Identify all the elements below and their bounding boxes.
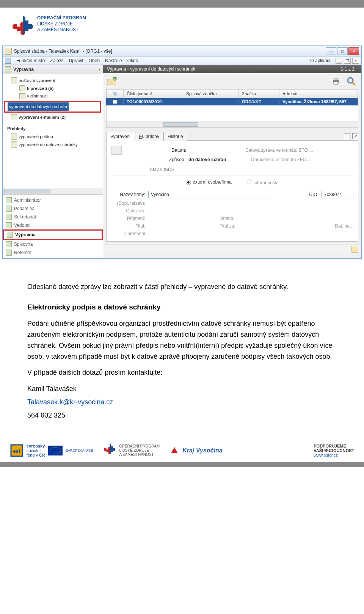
tree-group-prehledy[interactable]: Přehledy [4,125,101,133]
tab-historie[interactable]: Historie [163,132,187,141]
svg-rect-4 [334,78,338,80]
table-h-scrollbar[interactable] [107,121,358,127]
table-row-selected[interactable]: TO1/000015/2010 ORG1/KT Vysočina, Žižkov… [106,98,358,105]
folder-icon [11,133,17,140]
main-titlebar: Výpravna - vypravení do datových schráne… [103,65,361,73]
status-icon [351,246,358,253]
support-text: PODPORUJEME VAŠI BUDOUCNOST www.esfcr.cz [314,444,354,457]
link-zfo-msg[interactable]: Datová zpráva ve formátu ZFO … [245,148,314,153]
tab-el-prilohy[interactable]: El. přílohy [135,132,163,141]
contact-email-link[interactable]: Talavasek.k@kr-vysocina.cz [27,398,113,406]
folder-icon [19,85,25,91]
app-window: Spisová služba - Talavašek Kamil - [ORG1… [2,46,362,259]
header-band [0,0,364,8]
statusbar [103,245,361,253]
input-nazev-firmy[interactable]: Vysočina [148,191,271,198]
minimize-button[interactable]: — [326,47,336,55]
app-icon [5,48,12,55]
contact-name: Kamil Talavašek [27,383,337,394]
menu-nastroje[interactable]: Nástroje [105,58,122,63]
external-icon[interactable]: ↗ [352,133,358,139]
main-panel: Výpravna - vypravení do datových schráne… [103,65,361,258]
tree-item[interactable]: vypravení e-mailem (2) [19,115,66,119]
maximize-button[interactable]: □ [337,47,348,55]
menu-obeh[interactable]: Oběh [89,58,100,63]
contact-phone: 564 602 325 [27,410,337,421]
page: OPERAČNÍ PROGRAM LIDSKÉ ZDROJE A ZAMĚSTN… [0,0,364,467]
eu-flag-icon [48,446,63,455]
close-button[interactable]: ✕ [348,47,359,55]
menu-o-aplikaci[interactable]: O aplikaci [310,58,330,63]
indicator-icon: 📎 [112,91,118,96]
detail-form: Datum: Datová zpráva ve formátu ZFO … Zp… [106,140,358,242]
heading: Elektronický podpis a datové schránky [27,302,337,313]
tab-vypraveni[interactable]: Vypravení [106,132,135,141]
col-znacka[interactable]: Značka [239,90,279,98]
col-adresat[interactable]: Adresát [279,90,358,98]
mdi-close-icon[interactable]: × [352,58,359,64]
tree-item[interactable]: k převzetí (5) [27,86,53,91]
tree-item[interactable]: poštovní vypravení [19,77,55,85]
mdi-restore-icon[interactable]: ❐ [344,58,351,64]
label-datum: Datum: [152,148,186,153]
cell-cj: TO1/000015/2010 [124,98,183,105]
person-icon [5,66,11,72]
person-icon [6,206,12,212]
row-indicator-icon [113,100,117,104]
logo-line3: A ZAMĚSTNANOST [37,27,86,33]
radio-internal[interactable]: interní pošta [247,179,279,185]
label-prijmeni: Příjmení: [111,216,145,221]
sidebar-tree: poštovní vypravení k převzetí (5) v dist… [3,74,103,152]
svg-text:esf: esf [13,448,20,454]
col-cislo-jednaci[interactable]: Číslo jednací [124,90,183,98]
paragraph: V případě dalších dotazů prosím kontaktu… [27,367,337,378]
role-item: Vedoucí [3,221,103,229]
magnifier-icon[interactable] [345,75,357,87]
svg-point-6 [348,78,353,83]
tree-item[interactable]: vypravené do datové schránky [19,141,78,149]
menu-zalozit[interactable]: Založit [50,58,63,63]
table-header-row: 📎 Číslo jednací Spisová značka Značka Ad… [106,89,358,98]
person-icon [7,232,13,238]
menu-upravit[interactable]: Upravit [69,58,83,63]
input-ico[interactable]: 7089074 [322,191,353,198]
role-item: Referent [3,248,103,257]
menu-funkcni-misto[interactable]: Funkční místo [16,58,45,63]
sidebar: Výpravna ‹ poštovní vypravení k převzetí… [3,65,103,258]
sidebar-pane-header[interactable]: Výpravna ‹ [3,65,103,74]
mdi-min-icon[interactable]: _ [336,58,342,64]
tree-item[interactable]: vypravené poštou [19,133,53,141]
main-title: Výpravna - vypravení do datových schráne… [107,66,195,72]
radio-external[interactable]: externí osoba/firma [186,179,232,185]
mail-tree-icon [11,77,17,83]
mail-tree-icon [11,114,17,120]
window-title: Spisová služba - Talavašek Kamil - [ORG1… [14,49,112,54]
person-icon [6,214,12,220]
svg-text:@: @ [113,77,116,80]
cell-adresat: Vysočina, Žižkova 1882/57, 587 [279,98,358,105]
program-logo: OPERAČNÍ PROGRAM LIDSKÉ ZDROJE A ZAMĚSTN… [0,8,364,46]
printer-icon[interactable] [330,75,342,87]
menu-okno[interactable]: Okno [127,58,138,63]
label-titul: Titul: [111,223,145,229]
col-spisova-znacka[interactable]: Spisová značka [183,90,239,98]
expand-icon[interactable]: + [344,133,350,139]
person-icon [6,250,12,256]
detail-tabs: Vypravení El. přílohy Historie + ↗ [106,132,358,140]
window-titlebar: Spisová služba - Talavašek Kamil - [ORG1… [3,46,361,57]
tree-item-selected: vypravení do datových schrán [8,102,69,111]
tree-item[interactable]: v distribuci [27,92,47,100]
label-ico: IČO: [309,192,318,197]
role-item-highlighted[interactable]: Výpravna [3,229,103,240]
esf-logo: esf evropský sociální fond v ČR EVROPSKÁ… [10,444,93,457]
sidebar-h-scrollbar[interactable] [3,188,103,194]
link-zfo-receipt[interactable]: Doručenka ve formátu ZFO … [251,157,312,162]
footer-logos: esf evropský sociální fond v ČR EVROPSKÁ… [0,438,364,462]
chevron-left-icon[interactable]: ‹ [99,67,100,72]
tree-item-highlighted[interactable]: vypravení do datových schrán [4,101,101,113]
role-item: Podatelna [3,204,103,213]
paragraph: Podání učiněné příspěvkovou organizací p… [27,318,337,362]
label-stav-isds: Stav v ISDS: [150,167,176,172]
op-logo: OPERAČNÍ PROGRAM LIDSKÉ ZDROJE A ZAMĚSTN… [103,443,160,458]
label-dopl-nazev: (Dopl. název): [111,201,145,206]
